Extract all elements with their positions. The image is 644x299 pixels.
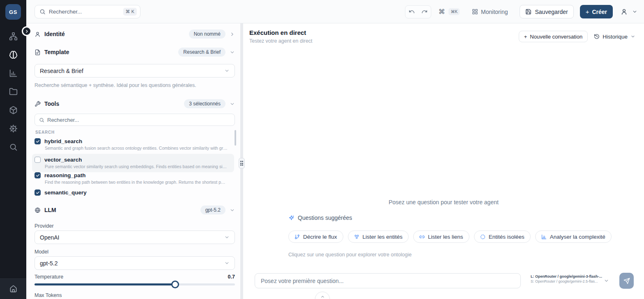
suggestion-label: Entités isolées: [489, 234, 524, 240]
tool-name: semantic_query: [44, 189, 87, 196]
model-select[interactable]: gpt-5.2: [34, 256, 235, 270]
suggestions-hint: Cliquez sur une question pour explorer v…: [288, 252, 617, 258]
search-shortcut-badge: ⌘ K: [123, 8, 137, 16]
chevron-right-icon[interactable]: [230, 32, 235, 37]
folder-icon[interactable]: [9, 87, 18, 96]
account-chevron-button[interactable]: [632, 9, 637, 14]
temperature-value: 0.7: [228, 274, 235, 280]
tool-item-reasoning-path[interactable]: reasoning_path Find the reasoning path b…: [34, 172, 228, 185]
suggestion-chip-describe-flow[interactable]: Décrire le flux: [288, 231, 343, 243]
suggestion-label: Décrire le flux: [303, 234, 337, 240]
person-icon: [34, 31, 41, 37]
tool-item-vector-search[interactable]: vector_search Pure semantic vector simil…: [32, 154, 234, 172]
history-button[interactable]: Historique: [594, 34, 635, 40]
gear-icon[interactable]: [9, 124, 18, 133]
box-icon[interactable]: [9, 106, 18, 114]
template-description: Recherche sémantique + synthèse. Idéal p…: [34, 82, 235, 88]
temperature-slider[interactable]: [34, 281, 235, 288]
plus-icon: +: [586, 8, 589, 15]
dashed-circle-icon: [480, 234, 485, 240]
page-title: Exécution en direct: [249, 29, 306, 36]
sparkles-icon: [288, 215, 294, 221]
chevron-down-icon: [224, 68, 230, 73]
send-button[interactable]: [619, 273, 634, 289]
chevron-down-icon[interactable]: [230, 208, 235, 213]
redo-icon: [421, 9, 428, 15]
home-icon: [9, 285, 17, 293]
tool-item-semantic-query[interactable]: semantic_query: [34, 189, 228, 196]
history-label: Historique: [603, 34, 628, 40]
brain-icon[interactable]: [9, 50, 18, 59]
chevron-down-icon[interactable]: [230, 50, 235, 55]
chevron-down-icon: [224, 235, 230, 240]
tools-search-input[interactable]: [47, 117, 230, 123]
slider-fill: [34, 283, 175, 285]
panel-resize-handle[interactable]: [239, 158, 245, 169]
network-icon[interactable]: [9, 32, 18, 41]
checkbox-vector-search[interactable]: [34, 157, 41, 163]
checkbox-semantic-query[interactable]: [34, 189, 41, 196]
file-text-icon: [34, 49, 41, 55]
suggestion-label: Lister les entités: [363, 234, 403, 240]
new-conversation-label: Nouvelle conversation: [530, 34, 582, 40]
question-input[interactable]: [255, 273, 521, 288]
model-line-small: S: OpenRouter / google/gemini-2.5-flas..…: [531, 279, 601, 283]
checkbox-reasoning-path[interactable]: [34, 172, 41, 178]
tool-item-hybrid-search[interactable]: hybrid_search Semantic and graph fusion …: [34, 138, 228, 151]
slider-thumb[interactable]: [171, 281, 179, 288]
create-button-label: Créer: [592, 9, 607, 15]
scroll-up-button[interactable]: [315, 292, 330, 299]
suggestion-chip-analyze-complexity[interactable]: Analyser la complexité: [535, 231, 612, 243]
command-icon: ⌘: [438, 8, 445, 16]
suggestions-title: Questions suggérées: [298, 215, 352, 221]
llm-badge: gpt-5.2: [200, 205, 225, 215]
check-icon: [36, 173, 40, 178]
tools-search[interactable]: [34, 114, 235, 126]
chevron-down-icon: [632, 9, 637, 14]
undo-button[interactable]: [405, 6, 418, 18]
search-icon[interactable]: [9, 143, 18, 151]
template-select-value: Research & Brief: [40, 68, 83, 74]
history-icon: [594, 34, 600, 39]
identity-section-header[interactable]: Identité Non nommé: [34, 30, 235, 39]
tools-badge: 3 sélectionnés: [184, 99, 225, 108]
suggestion-chip-list-entities[interactable]: Lister les entités: [348, 231, 409, 243]
llm-icon: [34, 207, 41, 213]
user-menu-button[interactable]: [621, 8, 628, 15]
checkbox-hybrid-search[interactable]: [34, 138, 41, 144]
global-search[interactable]: ⌘ K: [34, 5, 140, 18]
monitoring-label: Monitoring: [481, 9, 508, 15]
redo-button[interactable]: [418, 6, 431, 18]
app-rail: GS: [0, 0, 26, 299]
create-button[interactable]: + Créer: [580, 5, 613, 18]
template-section-header[interactable]: Template Research & Brief: [34, 48, 235, 57]
suggestion-chip-list-links[interactable]: Lister les liens: [413, 231, 469, 243]
grip-dots-icon: [240, 161, 244, 166]
panel-expand-button[interactable]: [22, 26, 32, 36]
app-logo[interactable]: GS: [5, 4, 21, 20]
home-button[interactable]: [0, 278, 26, 299]
template-select[interactable]: Research & Brief: [34, 64, 235, 78]
bar-chart-icon: [541, 234, 547, 240]
model-selector[interactable]: L: OpenRouter / google/gemini-3-flash-..…: [531, 274, 601, 283]
provider-select[interactable]: OpenAI: [34, 231, 235, 244]
panel-divider: [240, 23, 243, 299]
suggestion-chip-isolated-entities[interactable]: Entités isolées: [474, 231, 531, 243]
tools-section-header[interactable]: Tools 3 sélectionnés: [34, 99, 235, 108]
check-icon: [36, 139, 40, 144]
suggestion-label: Analyser la complexité: [550, 234, 605, 240]
model-label: Model: [34, 249, 48, 255]
new-conversation-button[interactable]: + Nouvelle conversation: [519, 31, 588, 42]
monitoring-button[interactable]: Monitoring: [472, 9, 508, 15]
search-input[interactable]: [49, 9, 120, 15]
chevron-down-icon[interactable]: [230, 101, 235, 107]
tool-description: Semantic and graph fusion search across …: [45, 146, 228, 151]
provider-label: Provider: [34, 223, 54, 229]
live-run-panel: Exécution en direct Testez votre agent e…: [243, 23, 644, 299]
chevron-down-icon[interactable]: [604, 278, 609, 283]
llm-section-header[interactable]: LLM gpt-5.2: [34, 205, 235, 215]
bar-chart-icon[interactable]: [9, 69, 18, 78]
max-tokens-label: Max Tokens: [34, 292, 62, 298]
save-button[interactable]: Sauvegarder: [520, 5, 573, 18]
tools-scrollbar[interactable]: [235, 130, 236, 146]
